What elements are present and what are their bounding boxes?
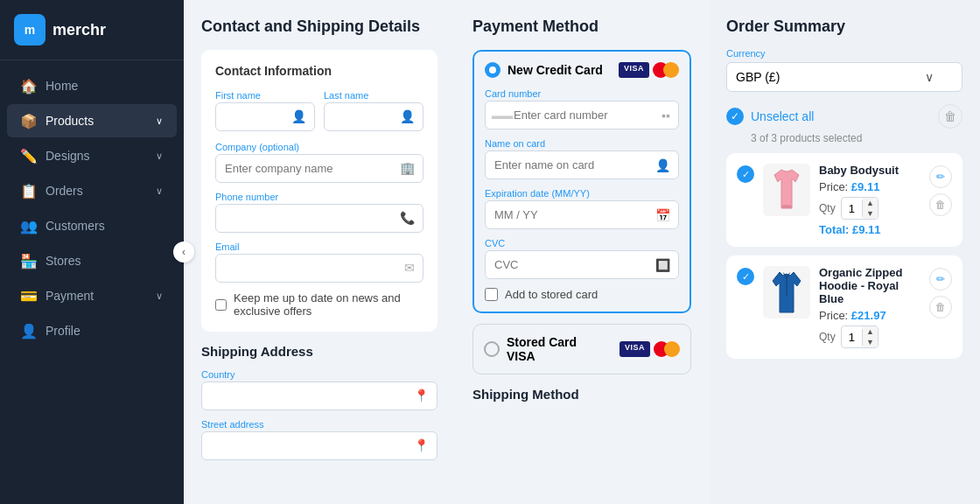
new-card-radio[interactable]: [485, 62, 500, 78]
email-input[interactable]: [215, 254, 424, 283]
email-icon: ✉: [404, 261, 415, 275]
cvc-input[interactable]: [485, 250, 679, 279]
stored-card-icons: VISA: [620, 341, 680, 357]
sidebar-item-orders[interactable]: 📋 Orders ∨: [7, 174, 177, 207]
card-icon: ▬▬: [492, 109, 513, 122]
order-summary-section: Order Summary Currency GBP (£) ∨ ✓ Unsel…: [709, 0, 980, 504]
company-field: Company (optional) 🏢: [215, 142, 424, 183]
qty-stepper-1: 1 ▲ ▼: [841, 197, 878, 220]
stored-card-radio[interactable]: [484, 341, 500, 357]
sidebar-item-customers[interactable]: 👥 Customers: [7, 209, 177, 242]
svg-point-0: [781, 205, 792, 208]
unselect-all-button[interactable]: Unselect all: [751, 109, 814, 123]
sidebar-item-payment[interactable]: 💳 Payment ∨: [7, 279, 177, 312]
card-icons: VISA: [619, 62, 679, 78]
product-check-2[interactable]: ✓: [737, 268, 754, 285]
product-actions-2: ✏ 🗑: [929, 266, 952, 348]
sidebar-item-label-customers: Customers: [46, 219, 105, 233]
street-label: Street address: [201, 419, 438, 430]
currency-section: Currency GBP (£) ∨: [726, 48, 962, 92]
phone-icon: 📞: [400, 211, 415, 225]
stores-icon: 🏪: [21, 253, 37, 269]
cvc-wrap: CVC 🔲: [485, 238, 679, 279]
sidebar-collapse-button[interactable]: ‹: [173, 242, 194, 262]
street-field: Street address 📍: [201, 419, 438, 460]
name-on-card-input[interactable]: [485, 150, 679, 179]
qty-down-1[interactable]: ▼: [863, 208, 878, 219]
person-icon: 👤: [291, 109, 306, 123]
sidebar-nav: 🏠 Home 📦 Products ∨ ✏️ Designs ∨ 📋 Order…: [0, 60, 184, 504]
qty-up-1[interactable]: ▲: [863, 198, 878, 208]
mastercard-badge: [653, 62, 679, 78]
qty-label-1: Qty: [819, 202, 836, 214]
new-credit-card-option[interactable]: New Credit Card VISA Card number ▬▬ ▪▪: [472, 50, 691, 313]
sidebar-item-label-profile: Profile: [46, 324, 80, 338]
customers-icon: 👥: [21, 218, 37, 234]
location-icon-2: 📍: [414, 438, 429, 452]
calendar-icon: 📅: [655, 208, 670, 222]
product-name-2: Organic Zipped Hoodie - Royal Blue: [819, 266, 920, 305]
product-check-1[interactable]: ✓: [737, 165, 754, 183]
product-details-1: Baby Bodysuit Price: £9.11 Qty 1 ▲ ▼ Tot…: [819, 164, 920, 236]
qty-down-2[interactable]: ▼: [863, 337, 878, 347]
phone-input[interactable]: [215, 204, 424, 233]
stored-card-brand: VISA: [507, 349, 536, 363]
bodysuit-svg: [767, 168, 806, 212]
home-icon: 🏠: [21, 78, 37, 94]
add-stored-card-row: Add to stored card: [485, 288, 679, 301]
product-price-2: Price: £21.97: [819, 309, 920, 322]
newsletter-checkbox[interactable]: [215, 298, 227, 312]
company-input[interactable]: [215, 154, 424, 183]
qty-up-2[interactable]: ▲: [863, 326, 878, 337]
country-input[interactable]: [201, 382, 438, 410]
contact-info-card: Contact Information First name 👤 Last na…: [201, 50, 438, 332]
qty-value-2: 1: [842, 329, 863, 346]
sidebar-item-label-orders: Orders: [46, 184, 83, 198]
stored-visa-badge: VISA: [620, 341, 650, 357]
card-number-label: Card number: [485, 88, 679, 99]
phone-label: Phone number: [215, 192, 424, 202]
sidebar-item-products[interactable]: 📦 Products ∨: [7, 104, 177, 137]
delete-product-2-button[interactable]: 🗑: [929, 296, 952, 318]
add-stored-checkbox[interactable]: [485, 288, 498, 301]
name-row: First name 👤 Last name 👤: [215, 90, 424, 131]
sidebar-item-label-payment: Payment: [46, 289, 94, 303]
payment-icon: 💳: [21, 288, 37, 304]
stored-card-option[interactable]: Stored Card VISA VISA: [472, 324, 691, 374]
delete-product-1-button[interactable]: 🗑: [929, 193, 952, 216]
street-input[interactable]: [201, 431, 438, 460]
sidebar-item-profile[interactable]: 👤 Profile: [7, 314, 177, 347]
edit-product-1-button[interactable]: ✏: [929, 165, 952, 188]
person-icon-2: 👤: [400, 109, 415, 123]
sidebar-item-designs[interactable]: ✏️ Designs ∨: [7, 139, 177, 172]
order-summary-title: Order Summary: [726, 18, 962, 36]
products-selected-text: 3 of 3 products selected: [751, 132, 962, 144]
company-label: Company (optional): [215, 142, 424, 152]
delete-all-button[interactable]: 🗑: [938, 104, 962, 129]
sidebar-item-label-home: Home: [46, 79, 78, 93]
payment-header: New Credit Card VISA: [485, 62, 679, 78]
currency-select[interactable]: GBP (£) ∨: [726, 62, 962, 92]
designs-icon: ✏️: [21, 148, 37, 164]
sidebar: m merchr 🏠 Home 📦 Products ∨ ✏️ Designs …: [0, 0, 184, 504]
products-icon: 📦: [21, 113, 37, 129]
location-icon: 📍: [414, 388, 429, 402]
logo-icon: m: [14, 14, 46, 46]
product-qty-row-2: Qty 1 ▲ ▼: [819, 326, 920, 348]
sidebar-item-home[interactable]: 🏠 Home: [7, 69, 177, 102]
product-price-1: Price: £9.11: [819, 180, 920, 193]
phone-field: Phone number 📞: [215, 192, 424, 233]
cvc-label: CVC: [485, 238, 679, 248]
product-total-1: Total: £9.11: [819, 223, 920, 236]
shipping-title: Shipping Address: [201, 344, 438, 359]
logo-text: merchr: [52, 21, 106, 39]
expiry-input[interactable]: [485, 200, 679, 229]
product-qty-row-1: Qty 1 ▲ ▼: [819, 197, 920, 220]
product-item-baby-bodysuit: ✓ Baby Bodysuit Price: £9.11 Qty 1 ▲ ▼: [726, 153, 962, 247]
edit-product-2-button[interactable]: ✏: [929, 268, 952, 290]
product-item-hoodie: ✓ Organic Zipped Hoodie - Royal Blue Pri…: [726, 256, 962, 359]
sidebar-item-stores[interactable]: 🏪 Stores: [7, 244, 177, 277]
card-number-input[interactable]: [485, 101, 679, 130]
chevron-down-icon: ∨: [925, 70, 934, 84]
card-number-wrap: Card number ▬▬ ▪▪: [485, 88, 679, 130]
